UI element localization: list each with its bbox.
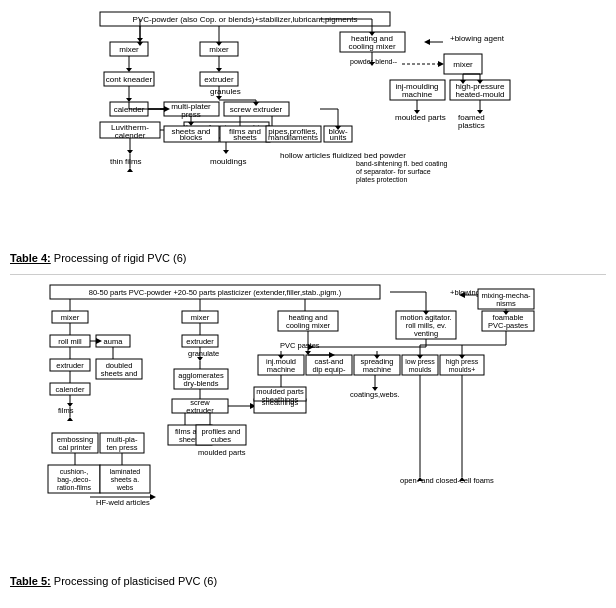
svg-text:moulds: moulds bbox=[409, 366, 432, 373]
svg-text:ten press: ten press bbox=[107, 443, 138, 452]
table1-caption: Table 4: Processing of rigid PVC (6) bbox=[10, 252, 606, 264]
svg-text:cont kneader: cont kneader bbox=[106, 75, 153, 84]
svg-text:band-sihtening  fl. bed coatin: band-sihtening fl. bed coating bbox=[356, 160, 448, 168]
svg-text:bag-,deco-: bag-,deco- bbox=[57, 476, 91, 484]
table1-caption-text: Processing of rigid PVC (6) bbox=[54, 252, 187, 264]
svg-text:80-50 parts PVC-powder +20-50 : 80-50 parts PVC-powder +20-50 parts plas… bbox=[89, 288, 342, 297]
svg-text:cubes: cubes bbox=[211, 435, 231, 444]
svg-text:auma: auma bbox=[104, 337, 124, 346]
svg-text:mixer: mixer bbox=[453, 60, 473, 69]
svg-text:plates               protectio: plates protection bbox=[356, 176, 407, 184]
svg-text:coatings,webs.: coatings,webs. bbox=[350, 390, 400, 399]
svg-text:cal printer: cal printer bbox=[59, 443, 92, 452]
svg-text:extruder: extruder bbox=[204, 75, 234, 84]
svg-marker-214 bbox=[305, 351, 311, 355]
svg-text:of separator-     for  surface: of separator- for surface bbox=[356, 168, 431, 176]
svg-text:open- and closed-cell foams: open- and closed-cell foams bbox=[400, 476, 494, 485]
table2-caption: Table 5: Processing of plasticised PVC (… bbox=[10, 575, 606, 587]
svg-text:laminated: laminated bbox=[110, 468, 140, 475]
diagram1: .box { fill: #fff; stroke: #000; stroke-… bbox=[10, 10, 606, 242]
svg-text:plastics: plastics bbox=[458, 121, 485, 130]
svg-text:units: units bbox=[330, 133, 347, 142]
svg-text:PVC pastes: PVC pastes bbox=[280, 341, 320, 350]
svg-marker-69 bbox=[216, 96, 222, 100]
svg-marker-28 bbox=[127, 168, 133, 172]
svg-text:sheathings: sheathings bbox=[262, 395, 299, 404]
svg-text:sheets a.: sheets a. bbox=[111, 476, 139, 483]
diagram2: .box2 { fill: #fff; stroke: #000; stroke… bbox=[10, 283, 606, 565]
svg-text:hollow articles  fluidized bed: hollow articles fluidized bed powder bbox=[280, 151, 406, 160]
svg-text:moulds+: moulds+ bbox=[449, 366, 476, 373]
svg-text:PVC-pastes: PVC-pastes bbox=[488, 321, 528, 330]
svg-text:mixer: mixer bbox=[191, 313, 210, 322]
svg-text:high press: high press bbox=[446, 358, 479, 366]
svg-text:nisms: nisms bbox=[496, 299, 516, 308]
svg-text:moulded parts: moulded parts bbox=[198, 448, 246, 457]
section-divider bbox=[10, 274, 606, 275]
svg-text:roll mill: roll mill bbox=[58, 337, 82, 346]
svg-text:granules: granules bbox=[210, 87, 241, 96]
svg-text:ration-films: ration-films bbox=[57, 484, 92, 491]
svg-text:mouldings: mouldings bbox=[210, 157, 246, 166]
svg-text:webs: webs bbox=[116, 484, 134, 491]
svg-text:films: films bbox=[58, 406, 74, 415]
svg-text:machine: machine bbox=[402, 90, 433, 99]
svg-marker-25 bbox=[127, 150, 133, 154]
svg-text:mandilaments: mandilaments bbox=[268, 133, 318, 142]
svg-marker-145 bbox=[67, 417, 73, 421]
diagram2-svg: .box2 { fill: #fff; stroke: #000; stroke… bbox=[10, 283, 606, 563]
svg-text:cooling mixer: cooling mixer bbox=[348, 42, 395, 51]
svg-marker-34 bbox=[223, 150, 229, 154]
svg-text:machine: machine bbox=[267, 365, 295, 374]
table2-caption-text: Processing of plasticised PVC (6) bbox=[54, 575, 217, 587]
svg-text:sheets: sheets bbox=[233, 133, 257, 142]
svg-text:calender: calender bbox=[56, 385, 85, 394]
svg-text:mixer: mixer bbox=[119, 45, 139, 54]
svg-text:cushion-,: cushion-, bbox=[60, 468, 88, 475]
svg-text:venting: venting bbox=[414, 329, 438, 338]
diagram1-svg: .box { fill: #fff; stroke: #000; stroke-… bbox=[10, 10, 606, 240]
svg-text:powder-blend--: powder-blend-- bbox=[350, 58, 398, 66]
svg-text:+blowing agent: +blowing agent bbox=[450, 34, 505, 43]
svg-text:dip equip-: dip equip- bbox=[313, 365, 346, 374]
svg-text:extruder: extruder bbox=[56, 361, 84, 370]
table1-caption-prefix: Table 4: bbox=[10, 252, 51, 264]
svg-text:machine: machine bbox=[363, 365, 391, 374]
svg-text:granulate: granulate bbox=[188, 349, 219, 358]
svg-text:mixer: mixer bbox=[61, 313, 80, 322]
svg-text:cooling mixer: cooling mixer bbox=[286, 321, 331, 330]
svg-marker-13 bbox=[126, 98, 132, 102]
svg-marker-65 bbox=[216, 68, 222, 72]
svg-marker-9 bbox=[126, 68, 132, 72]
svg-text:sheets and: sheets and bbox=[101, 369, 138, 378]
svg-text:mixer: mixer bbox=[209, 45, 229, 54]
svg-text:screw extruder: screw extruder bbox=[230, 105, 283, 114]
svg-text:heated-mould: heated-mould bbox=[456, 90, 505, 99]
svg-text:blocks: blocks bbox=[180, 133, 203, 142]
svg-text:thin films: thin films bbox=[110, 157, 142, 166]
svg-text:HF-weld articles: HF-weld articles bbox=[96, 498, 150, 507]
table2-caption-prefix: Table 5: bbox=[10, 575, 51, 587]
svg-marker-79 bbox=[424, 39, 430, 45]
svg-text:low press: low press bbox=[405, 358, 435, 366]
svg-text:dry-blends: dry-blends bbox=[183, 379, 218, 388]
svg-marker-84 bbox=[438, 61, 444, 67]
svg-text:extruder: extruder bbox=[186, 337, 214, 346]
svg-marker-175 bbox=[150, 494, 156, 500]
svg-text:moulded parts: moulded parts bbox=[395, 113, 446, 122]
